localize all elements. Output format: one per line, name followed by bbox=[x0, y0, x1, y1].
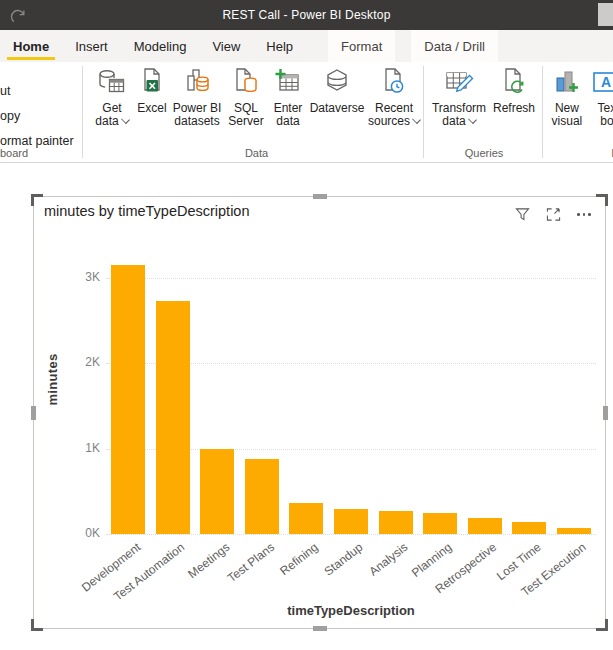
group-separator bbox=[542, 66, 543, 158]
bar-test-automation[interactable] bbox=[156, 301, 190, 534]
data-group-label: Data bbox=[90, 147, 423, 159]
enter-data-icon bbox=[273, 67, 303, 99]
tab-help[interactable]: Help bbox=[253, 30, 306, 62]
x-tick-label: Test Plans bbox=[224, 540, 276, 585]
chevron-down-icon bbox=[412, 115, 421, 124]
enter-data-button[interactable]: Enter data bbox=[268, 67, 308, 128]
y-axis-title: minutes bbox=[45, 340, 60, 420]
recent-sources-button[interactable]: Recent sources bbox=[366, 67, 422, 128]
y-tick-label: 3K bbox=[70, 270, 100, 284]
clipboard-group-label: board bbox=[0, 147, 60, 159]
plot-area bbox=[106, 247, 596, 534]
x-tick-label: Analysis bbox=[366, 540, 410, 579]
format-painter-button[interactable]: ormat painter bbox=[0, 134, 74, 148]
refresh-button[interactable]: Refresh bbox=[490, 67, 538, 115]
resize-handle-top[interactable] bbox=[313, 194, 327, 199]
bar-standup[interactable] bbox=[334, 509, 368, 534]
bar-refining[interactable] bbox=[289, 503, 323, 534]
ribbon-group-data: Get data Excel bbox=[90, 62, 423, 162]
tab-home[interactable]: Home bbox=[0, 30, 62, 62]
x-axis-title: timeTypeDescription bbox=[106, 603, 596, 618]
gridline-0K bbox=[106, 534, 596, 535]
insert-group-label: Ins bbox=[546, 147, 613, 159]
sql-server-icon bbox=[231, 67, 261, 99]
database-icon bbox=[97, 67, 127, 99]
tab-insert[interactable]: Insert bbox=[62, 30, 121, 62]
gridline-3K bbox=[106, 278, 596, 279]
y-tick-label: 1K bbox=[70, 441, 100, 455]
ribbon-group-queries: Transform data Refresh Queries bbox=[428, 62, 540, 162]
title-bar: REST Call - Power BI Desktop bbox=[0, 0, 613, 30]
chevron-down-icon bbox=[468, 115, 477, 124]
resize-handle-top-right[interactable] bbox=[596, 194, 608, 206]
text-box-icon: A bbox=[592, 67, 613, 99]
transform-data-icon bbox=[444, 67, 474, 99]
ribbon: ut opy ormat painter board Get data bbox=[0, 62, 613, 163]
chart-area: minutes 0K1K2K3K DevelopmentTest Automat… bbox=[34, 237, 605, 628]
focus-mode-icon[interactable] bbox=[546, 207, 561, 222]
queries-group-label: Queries bbox=[428, 147, 540, 159]
more-options-icon[interactable] bbox=[577, 208, 591, 222]
y-tick-label: 2K bbox=[70, 355, 100, 369]
sql-server-button[interactable]: SQL Server bbox=[224, 67, 268, 128]
text-box-button[interactable]: A Tex bo bbox=[588, 67, 613, 128]
tab-view[interactable]: View bbox=[199, 30, 253, 62]
bar-chart-visual[interactable]: minutes by timeTypeDescription minutes 0… bbox=[33, 196, 606, 629]
report-canvas: minutes by timeTypeDescription minutes 0… bbox=[0, 163, 613, 650]
resize-handle-top-left[interactable] bbox=[31, 194, 43, 206]
tab-data-drill[interactable]: Data / Drill bbox=[411, 30, 498, 62]
group-separator bbox=[82, 66, 83, 158]
bar-development[interactable] bbox=[111, 265, 145, 534]
refresh-icon bbox=[499, 67, 529, 99]
chart-title: minutes by timeTypeDescription bbox=[44, 203, 250, 219]
window-title: REST Call - Power BI Desktop bbox=[0, 8, 613, 22]
menu-bar: Home Insert Modeling View Help Format Da… bbox=[0, 30, 613, 62]
bar-lost-time[interactable] bbox=[512, 522, 546, 534]
x-tick-label: Refining bbox=[278, 540, 321, 578]
visual-header-icons bbox=[515, 207, 591, 222]
new-visual-icon bbox=[552, 67, 582, 99]
x-axis-labels: DevelopmentTest AutomationMeetingsTest P… bbox=[106, 538, 596, 602]
tab-modeling[interactable]: Modeling bbox=[121, 30, 200, 62]
titlebar-button-fragment[interactable] bbox=[598, 3, 613, 26]
dataverse-button[interactable]: Dataverse bbox=[308, 67, 366, 115]
power-bi-datasets-button[interactable]: Power BI datasets bbox=[170, 67, 224, 128]
filter-icon[interactable] bbox=[515, 207, 530, 222]
bar-analysis[interactable] bbox=[379, 511, 413, 534]
y-tick-label: 0K bbox=[70, 526, 100, 540]
excel-icon bbox=[137, 67, 167, 99]
bar-retrospective[interactable] bbox=[468, 518, 502, 534]
chevron-down-icon bbox=[121, 115, 130, 124]
tab-format[interactable]: Format bbox=[328, 30, 395, 62]
cut-button[interactable]: ut bbox=[0, 84, 10, 98]
bar-test-execution[interactable] bbox=[557, 528, 591, 534]
ribbon-group-insert: New visual A Tex bo Ins bbox=[546, 62, 613, 162]
svg-text:A: A bbox=[601, 74, 611, 90]
group-separator bbox=[423, 66, 424, 158]
dataverse-icon bbox=[322, 67, 352, 99]
new-visual-button[interactable]: New visual bbox=[546, 67, 588, 128]
copy-button[interactable]: opy bbox=[0, 109, 20, 123]
power-bi-datasets-icon bbox=[182, 67, 212, 99]
x-tick-label: Standup bbox=[322, 540, 366, 579]
excel-button[interactable]: Excel bbox=[134, 67, 170, 115]
get-data-button[interactable]: Get data bbox=[90, 67, 134, 128]
bar-test-plans[interactable] bbox=[245, 459, 279, 534]
bar-meetings[interactable] bbox=[200, 449, 234, 535]
recent-sources-icon bbox=[379, 67, 409, 99]
transform-data-button[interactable]: Transform data bbox=[428, 67, 490, 128]
active-tab-underline bbox=[7, 57, 55, 60]
bar-planning[interactable] bbox=[423, 513, 457, 534]
